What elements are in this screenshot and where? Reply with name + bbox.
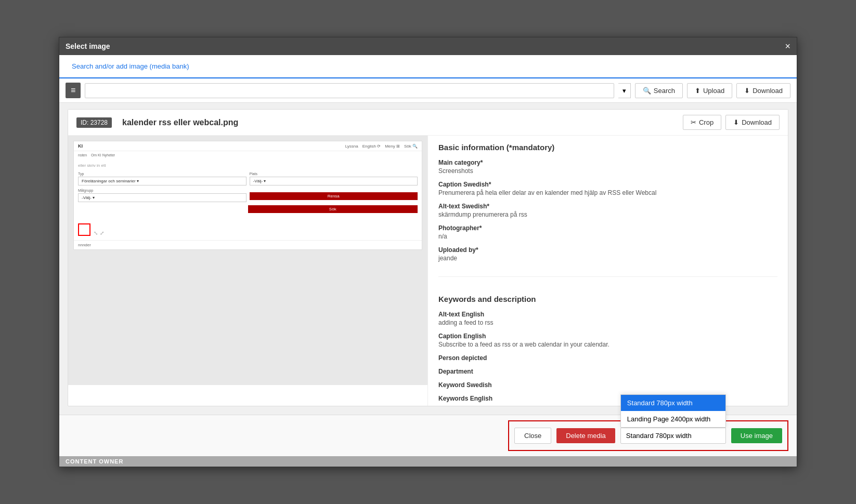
main-category-value: Screenshots <box>438 167 777 175</box>
keywords-title: Keywords and description <box>438 287 777 303</box>
image-detail-card: ID: 23728 kalender rss eller webcal.png … <box>68 109 788 406</box>
mock-breadcrumb: nsten Om KI Nyheter <box>74 151 422 159</box>
modal-close-button[interactable]: × <box>785 42 790 51</box>
menu-button[interactable]: ≡ <box>66 83 81 98</box>
alt-text-swedish-value: skärmdump prenumerera på rss <box>438 211 777 218</box>
alt-text-english-label: Alt-text English <box>438 311 777 318</box>
mock-target-select: -Välj- ▾ <box>78 193 247 202</box>
caption-swedish-row: Caption Swedish* Prenumerera på hela ell… <box>438 181 777 196</box>
content-owner-label: CONTENT OWNER <box>66 458 123 465</box>
mock-target-group: Målgrupp -Välj- ▾ <box>78 189 247 202</box>
mock-placeholder-text: eller skriv in ett <box>78 163 418 168</box>
basic-info-section: Basic information (*mandatory) Main cate… <box>438 136 777 277</box>
keywords-english-row: Keywords English <box>438 395 777 402</box>
alt-text-swedish-label: Alt-text Swedish* <box>438 203 777 210</box>
photographer-row: Photographer* n/a <box>438 224 777 240</box>
person-depicted-row: Person depicted <box>438 354 777 362</box>
download-button-header[interactable]: ⬇ Download <box>725 115 780 130</box>
search-dropdown-button[interactable]: ▾ <box>618 83 631 98</box>
tab-bar: Search and/or add image (media bank) <box>59 55 797 78</box>
caption-english-label: Caption English <box>438 333 777 340</box>
caption-swedish-label: Caption Swedish* <box>438 181 777 188</box>
content-area: ID: 23728 kalender rss eller webcal.png … <box>59 103 797 415</box>
mock-nav-right: Lyssna English ⟳ Meny ⊞ Sök 🔍 <box>345 144 418 149</box>
width-dropdown-options: Standard 780px width Landing Page 2400px… <box>620 394 726 428</box>
use-image-button[interactable]: Use image <box>731 428 782 443</box>
dropdown-option-landing[interactable]: Landing Page 2400px width <box>621 411 725 427</box>
download-label: Download <box>753 87 783 95</box>
photographer-label: Photographer* <box>438 224 777 232</box>
mock-rensa-button: Rensa <box>250 192 418 200</box>
search-icon: 🔍 <box>643 87 651 95</box>
mock-place-select: -Välj- ▾ <box>250 177 418 185</box>
alt-text-english-row: Alt-text English adding a feed to rss <box>438 311 777 326</box>
mock-target-label: Målgrupp <box>78 189 247 192</box>
mock-input-row-1: Typ Föreläsningar och seminarier ▾ Plats… <box>78 172 418 185</box>
mock-place-group: Plats -Välj- ▾ <box>250 172 418 185</box>
modal-titlebar: Select image × <box>59 37 797 55</box>
caption-english-value: Subscribe to a feed as rss or a web cale… <box>438 341 777 348</box>
mock-nav-lyssna: Lyssna <box>345 144 358 149</box>
image-detail-body: KI Lyssna English ⟳ Meny ⊞ Sök 🔍 nsten O… <box>68 136 788 406</box>
keywords-section: Keywords and description Alt-text Englis… <box>438 287 777 406</box>
width-select-wrapper: Standard 780px width Landing Page 2400px… <box>620 428 726 444</box>
caption-swedish-value: Prenumerera på hela eller delar av en ka… <box>438 189 777 196</box>
uploaded-by-row: Uploaded by* jeande <box>438 246 777 262</box>
mock-expand-icon-1: ⤡ <box>94 230 98 236</box>
mock-logo: KI <box>78 143 83 149</box>
select-image-modal: Select image × Search and/or add image (… <box>59 37 797 467</box>
mock-search-button: Sök <box>248 205 418 213</box>
info-panel: Basic information (*mandatory) Main cate… <box>428 136 788 406</box>
download-button-toolbar[interactable]: ⬇ Download <box>736 83 790 98</box>
content-owner-bar: CONTENT OWNER <box>59 456 797 467</box>
search-input[interactable] <box>85 83 614 98</box>
image-filename: kalender rss eller webcal.png <box>122 118 238 127</box>
mock-search-row: Sök <box>248 205 418 215</box>
dropdown-option-standard[interactable]: Standard 780px width <box>621 395 725 411</box>
image-detail-header: ID: 23728 kalender rss eller webcal.png … <box>68 110 788 136</box>
caption-english-row: Caption English Subscribe to a feed as r… <box>438 333 777 348</box>
tab-search-add-image[interactable]: Search and/or add image (media bank) <box>68 55 193 78</box>
mock-place-label: Plats <box>250 172 418 176</box>
header-actions: ✂ Crop ⬇ Download <box>683 115 780 130</box>
alt-text-swedish-row: Alt-text Swedish* skärmdump prenumerera … <box>438 203 777 218</box>
image-id-badge: ID: 23728 <box>76 117 112 128</box>
upload-button[interactable]: ⬆ Upload <box>687 83 732 98</box>
crop-label: Crop <box>699 118 714 126</box>
main-category-label: Main category* <box>438 159 777 166</box>
bottom-bar: Close Delete media Standard 780px width … <box>59 415 797 456</box>
mock-rensa-group: Rensa <box>250 189 418 202</box>
mock-footer: nnnder <box>74 240 422 249</box>
photographer-value: n/a <box>438 233 777 240</box>
mock-input-row-2: Målgrupp -Välj- ▾ Rensa <box>78 189 418 202</box>
crop-icon: ✂ <box>691 118 696 126</box>
delete-media-button[interactable]: Delete media <box>556 428 615 443</box>
department-row: Department <box>438 368 777 375</box>
image-preview: KI Lyssna English ⟳ Meny ⊞ Sök 🔍 nsten O… <box>68 136 427 385</box>
toolbar: ≡ ▾ 🔍 Search ⬆ Upload ⬇ Download <box>59 78 797 103</box>
mock-content: eller skriv in ett Typ Föreläsningar och… <box>74 159 422 240</box>
mock-results-row: ⤡ ⤢ <box>78 223 418 236</box>
mock-type-label: Typ <box>78 172 247 176</box>
search-button[interactable]: 🔍 Search <box>635 83 683 98</box>
crop-button[interactable]: ✂ Crop <box>683 115 721 130</box>
width-select[interactable]: Standard 780px width Landing Page 2400px… <box>620 428 726 444</box>
download-icon: ⬇ <box>744 87 750 95</box>
uploaded-by-label: Uploaded by* <box>438 246 777 254</box>
department-label: Department <box>438 368 777 375</box>
mock-type-group: Typ Föreläsningar och seminarier ▾ <box>78 172 247 185</box>
mock-type-select: Föreläsningar och seminarier ▾ <box>78 177 247 185</box>
mock-expand-icon-2: ⤢ <box>100 230 104 236</box>
main-category-row: Main category* Screenshots <box>438 159 777 175</box>
mock-nav: KI Lyssna English ⟳ Meny ⊞ Sök 🔍 <box>74 141 422 151</box>
person-depicted-label: Person depicted <box>438 354 777 362</box>
close-button[interactable]: Close <box>514 428 551 444</box>
download-label-header: Download <box>742 118 772 126</box>
basic-info-title: Basic information (*mandatory) <box>438 136 777 152</box>
keywords-english-label: Keywords English <box>438 395 777 402</box>
image-preview-panel: KI Lyssna English ⟳ Meny ⊞ Sök 🔍 nsten O… <box>68 136 428 406</box>
mock-website-preview: KI Lyssna English ⟳ Meny ⊞ Sök 🔍 nsten O… <box>73 141 422 250</box>
upload-label: Upload <box>703 87 724 95</box>
mock-expand-icons: ⤡ ⤢ <box>94 230 104 236</box>
download-icon-header: ⬇ <box>733 118 739 126</box>
